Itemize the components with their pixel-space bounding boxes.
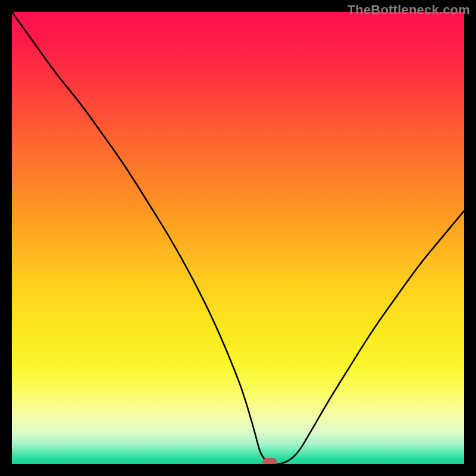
watermark-text: TheBottleneck.com	[347, 2, 470, 18]
bottleneck-curve	[12, 12, 464, 464]
plot-area	[12, 12, 464, 464]
chart-frame: TheBottleneck.com	[0, 0, 476, 476]
curve-path	[12, 12, 464, 464]
minimum-marker	[262, 458, 277, 464]
